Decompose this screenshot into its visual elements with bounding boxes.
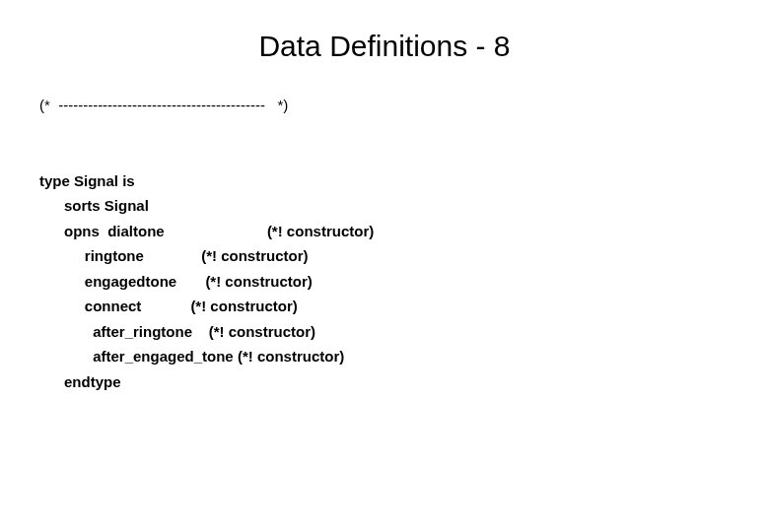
opns-ringtone: ringtone	[39, 247, 144, 264]
page-title: Data Definitions - 8	[39, 30, 730, 63]
connect-comment: (*! constructor)	[190, 298, 297, 314]
opns-after-ringtone: after_ringtone	[39, 323, 192, 340]
dialtone-comment: (*! constructor)	[267, 223, 374, 239]
after-ringtone-comment: (*! constructor)	[209, 323, 315, 340]
comment-line: (* -------------------------------------…	[39, 97, 288, 113]
slide: Data Definitions - 8 (* ----------------…	[0, 0, 769, 532]
ringtone-comment: (*! constructor)	[201, 247, 308, 264]
endtype: endtype	[39, 373, 121, 390]
opns-after-engaged: after_engaged_tone	[39, 348, 234, 365]
opns-connect: connect	[39, 298, 141, 314]
opns-engagedtone: engagedtone	[39, 273, 176, 290]
sorts-line: sorts Signal	[39, 197, 149, 214]
type-decl: type Signal is	[39, 172, 135, 189]
opns-dialtone: opns dialtone	[39, 223, 165, 239]
code-block: (* -------------------------------------…	[39, 93, 730, 394]
engagedtone-comment: (*! constructor)	[205, 273, 312, 290]
after-engaged-comment: (*! constructor)	[238, 348, 344, 365]
